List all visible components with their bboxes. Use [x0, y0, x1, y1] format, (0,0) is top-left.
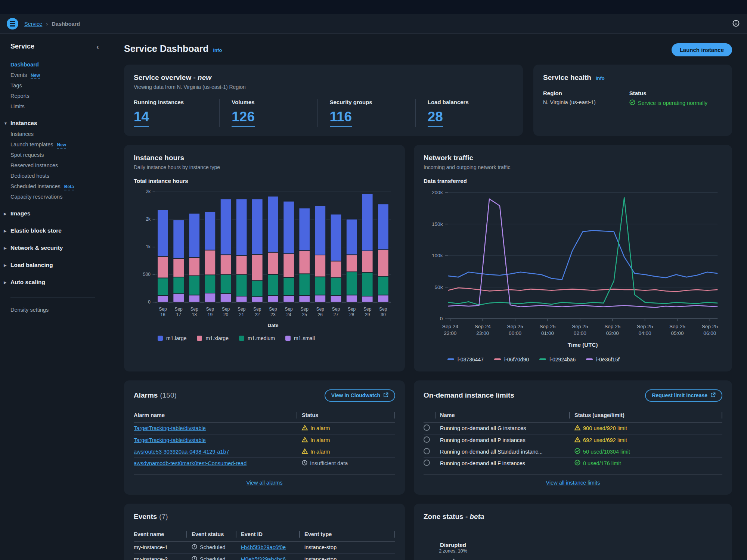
- table-row: awsdynamodb-test0mark0test-Consumed-read…: [134, 457, 395, 469]
- new-badge[interactable]: New: [31, 73, 40, 79]
- svg-text:Sep24: Sep24: [285, 307, 293, 318]
- volumes-count-link[interactable]: 126: [232, 109, 255, 127]
- alarm-link[interactable]: TargetTracking-table/divstable: [134, 425, 206, 431]
- menu-icon[interactable]: [7, 18, 18, 29]
- legend-item[interactable]: i-06f70d90: [494, 357, 529, 363]
- service-overview-subtitle: Viewing data from N. Virginia (us-east-1…: [134, 84, 513, 90]
- radio-button[interactable]: [424, 460, 430, 466]
- health-status: Status Service is operating normally: [629, 90, 707, 106]
- radio-button[interactable]: [424, 424, 430, 431]
- sidebar-divider: [10, 298, 95, 298]
- svg-text:0: 0: [148, 299, 151, 305]
- sidebar-item-capacity-reservations[interactable]: Capacity reservations: [10, 192, 99, 202]
- alarm-link[interactable]: awsroute53-303920aa-0498-4129-a1b7: [134, 449, 229, 455]
- service-health-info-link[interactable]: Info: [596, 75, 605, 81]
- svg-text:Sep 2422:00: Sep 2422:00: [442, 324, 459, 336]
- sidebar-item-instances[interactable]: Instances: [10, 129, 99, 139]
- launch-instance-button[interactable]: Launch instance: [672, 43, 732, 56]
- svg-text:Sep 2501:00: Sep 2501:00: [539, 324, 555, 336]
- chevron-right-icon: ▶: [4, 280, 10, 284]
- security-groups-count-link[interactable]: 116: [330, 109, 352, 127]
- svg-text:Sep 2503:00: Sep 2503:00: [604, 324, 620, 336]
- sidebar-item-reserved-instances[interactable]: Reserved instances: [10, 160, 99, 171]
- limits-table-header: Name Status (usage/limit): [424, 408, 722, 423]
- svg-text:Sep27: Sep27: [332, 307, 340, 318]
- network-traffic-axis-title: Data transferred: [424, 178, 722, 184]
- sidebar-section-load-balancing[interactable]: ▶ Load balancing: [10, 259, 99, 271]
- load-balancers-count-link[interactable]: 28: [428, 109, 443, 127]
- event-id-link[interactable]: i-b4b5f3b29ac6f0e: [241, 544, 286, 550]
- instance-hours-subtitle: Daily instance hours by instance type: [134, 164, 395, 170]
- sidebar-item-limits[interactable]: Limits: [10, 101, 99, 112]
- legend-item[interactable]: m1.xlarge: [197, 335, 228, 341]
- alarms-title: Alarms(150): [134, 391, 177, 399]
- sidebar-item-density-settings[interactable]: Density settings: [10, 305, 99, 315]
- table-row: Running on-demand all P instances 692 us…: [424, 434, 722, 446]
- svg-text:Sep23: Sep23: [269, 307, 277, 318]
- info-icon[interactable]: [732, 20, 740, 28]
- sidebar-section-instances[interactable]: ▼ Instances: [10, 118, 99, 129]
- page-title: Service Dashboard: [124, 43, 209, 54]
- service-health-title: Service health: [543, 74, 591, 82]
- view-all-instance-limits-link[interactable]: View all instance limits: [546, 480, 600, 486]
- breadcrumb-service-link[interactable]: Service: [24, 21, 42, 27]
- events-title: Events(7): [134, 513, 395, 521]
- sidebar-item-tags[interactable]: Tags: [10, 80, 99, 91]
- check-circle-icon: [629, 99, 635, 106]
- request-limit-increase-button[interactable]: Request limit increase: [645, 389, 722, 402]
- sidebar-collapse-icon[interactable]: ‹: [96, 43, 99, 50]
- beta-badge[interactable]: Beta: [64, 184, 74, 190]
- svg-text:500: 500: [143, 272, 151, 277]
- warning-icon: [302, 425, 308, 432]
- svg-text:Sep 2504:00: Sep 2504:00: [637, 324, 653, 336]
- view-in-cloudwatch-button[interactable]: View in Cloudwatch: [325, 389, 395, 402]
- network-traffic-title: Network traffic: [424, 154, 722, 162]
- radio-button[interactable]: [424, 436, 430, 443]
- page-info-link[interactable]: Info: [213, 47, 222, 53]
- table-row: Running on-demand all Standard instanc..…: [424, 446, 722, 457]
- legend-item[interactable]: m1.medium: [239, 335, 275, 341]
- sidebar-section-auto-scaling[interactable]: ▶ Auto scaling: [10, 277, 99, 288]
- alarm-link[interactable]: TargetTracking-table/divstable: [134, 437, 206, 443]
- clock-icon: [302, 460, 307, 467]
- metric-running-instances: Running instances 14: [134, 99, 219, 127]
- sidebar-item-events[interactable]: EventsNew: [10, 70, 99, 80]
- legend-swatch: [494, 358, 501, 360]
- sidebar-item-scheduled-instances[interactable]: Scheduled instancesBeta: [10, 181, 99, 192]
- network-traffic-subtitle: Incoming and outgoing network traffic: [424, 164, 722, 170]
- instance-hours-legend: m1.largem1.xlargem1.mediumm1.small: [158, 335, 395, 341]
- metric-security-groups: Security groups 116: [317, 99, 415, 127]
- table-row: my-instance-2 Scheduled i-f0eb5f329ab4bc…: [134, 553, 395, 560]
- sidebar-title: Service: [10, 43, 34, 50]
- service-health-card: Service health Info Region N. Virginia (…: [533, 65, 732, 136]
- metric-volumes: Volumes 126: [219, 99, 317, 127]
- view-all-alarms-link[interactable]: View all alarms: [246, 480, 282, 486]
- sidebar-section-network-security[interactable]: ▶ Network & security: [10, 242, 99, 253]
- sidebar-item-spot-requests[interactable]: Spot requests: [10, 150, 99, 160]
- metric-load-balancers: Load balancers 28: [415, 99, 513, 127]
- legend-item[interactable]: m1.small: [285, 335, 315, 341]
- alarm-link[interactable]: awsdynamodb-test0mark0test-Consumed-read: [134, 460, 247, 466]
- radio-button[interactable]: [424, 448, 430, 454]
- legend-swatch: [539, 358, 546, 360]
- sidebar-section-images[interactable]: ▶ Images: [10, 208, 99, 219]
- new-badge[interactable]: New: [57, 142, 66, 149]
- sidebar-item-reports[interactable]: Reports: [10, 91, 99, 101]
- event-id-link[interactable]: i-f0eb5f329ab4bc6: [241, 556, 286, 560]
- sidebar-item-launch-templates[interactable]: Launch templatesNew: [10, 139, 99, 150]
- table-row: TargetTracking-table/divstable In alarm: [134, 434, 395, 446]
- table-row: awsroute53-303920aa-0498-4129-a1b7 In al…: [134, 446, 395, 457]
- annotation-leader-line: [453, 559, 459, 560]
- legend-item[interactable]: m1.large: [158, 335, 186, 341]
- running-instances-count-link[interactable]: 14: [134, 109, 149, 127]
- sidebar-section-elastic-block-store[interactable]: ▶ Elastic block store: [10, 225, 99, 236]
- legend-item[interactable]: i-0e36f15f: [586, 357, 619, 363]
- table-row: TargetTracking-table/divstable In alarm: [134, 423, 395, 434]
- sidebar-item-dedicated-hosts[interactable]: Dedicated hosts: [10, 171, 99, 181]
- legend-item[interactable]: i-03736447: [447, 357, 484, 363]
- sidebar-item-dashboard[interactable]: Dashboard: [10, 59, 99, 70]
- legend-item[interactable]: i-02924ba6: [539, 357, 576, 363]
- alarms-table-header: Alarm name Status: [134, 408, 395, 423]
- svg-text:Sep17: Sep17: [175, 307, 183, 318]
- pie-annotation: Disrupted 2 zones, 10%: [429, 542, 477, 554]
